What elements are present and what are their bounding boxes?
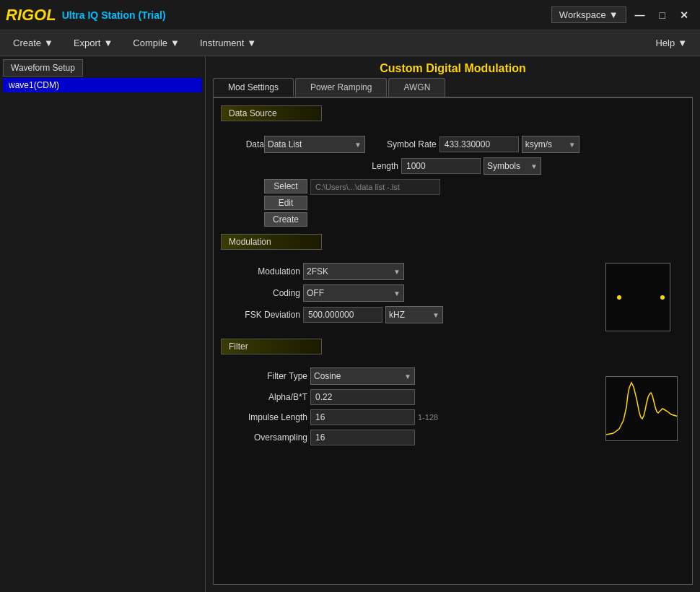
constellation-box [605, 263, 670, 331]
impulse-length-label: Impulse Length [235, 412, 307, 422]
data-dropdown[interactable]: Data List ▼ [264, 136, 365, 153]
data-source-section: Data Source Data Data List ▼ Symbol Rate… [221, 105, 685, 227]
sidebar-title: Waveform Setup [3, 59, 83, 77]
impulse-length-row: Impulse Length 1-128 [221, 409, 598, 425]
menu-compile[interactable]: Compile ▼ [123, 33, 190, 53]
length-label: Length [362, 161, 398, 171]
symbol-rate-input[interactable] [439, 136, 519, 152]
symbol-rate-label: Symbol Rate [387, 139, 437, 149]
file-buttons-row: Select Edit Create C:\Users\...\data lis… [221, 179, 685, 227]
filter-type-label: Filter Type [235, 371, 307, 381]
modulation-fields: Modulation 2FSK ▼ Coding OFF ▼ [221, 263, 598, 331]
constellation-dot-2 [660, 295, 665, 300]
app-title: Ultra IQ Station (Trial) [62, 9, 166, 21]
modulation-row: Modulation 2FSK ▼ [221, 263, 598, 280]
filter-type-row: Filter Type Cosine ▼ [221, 367, 598, 385]
title-bar-right: Workspace ▼ — □ ✕ [551, 6, 694, 23]
alpha-bt-row: Alpha/B*T [221, 389, 598, 405]
filter-graph [605, 376, 678, 441]
fsk-deviation-label: FSK Deviation [235, 310, 300, 320]
workspace-button[interactable]: Workspace ▼ [551, 6, 626, 23]
sidebar-item-wave1[interactable]: wave1(CDM) [3, 78, 202, 92]
data-label: Data [235, 139, 264, 149]
create-button[interactable]: Create [264, 212, 307, 227]
modulation-dropdown[interactable]: 2FSK ▼ [303, 263, 404, 280]
symbol-rate-unit-dropdown[interactable]: ksym/s ▼ [522, 136, 579, 153]
impulse-length-input[interactable] [310, 409, 415, 425]
menu-right: Help ▼ [645, 33, 697, 53]
length-row: Length Symbols ▼ [221, 157, 685, 175]
minimize-button[interactable]: — [629, 8, 651, 22]
edit-button[interactable]: Edit [264, 196, 307, 210]
filter-preview [605, 367, 685, 450]
alpha-bt-input[interactable] [310, 389, 415, 405]
fsk-deviation-unit-dropdown[interactable]: kHZ ▼ [385, 306, 443, 323]
main-panel: Data Source Data Data List ▼ Symbol Rate… [213, 97, 693, 585]
sidebar: Waveform Setup wave1(CDM) [0, 56, 206, 592]
tab-bar: Mod Settings Power Ramping AWGN [213, 78, 693, 97]
oversampling-label: Oversampling [235, 432, 307, 443]
modulation-header: Modulation [221, 234, 322, 250]
fsk-deviation-input[interactable] [303, 307, 382, 323]
filter-fields: Filter Type Cosine ▼ Alpha/B*T [221, 367, 598, 450]
menu-export[interactable]: Export ▼ [64, 33, 123, 53]
fsk-deviation-row: FSK Deviation kHZ ▼ [221, 306, 598, 323]
tab-awgn[interactable]: AWGN [388, 78, 445, 97]
content-area: Custom Digital Modulation Mod Settings P… [206, 56, 700, 592]
filter-type-dropdown[interactable]: Cosine ▼ [310, 367, 415, 385]
oversampling-row: Oversampling [221, 430, 598, 445]
length-unit-dropdown[interactable]: Symbols ▼ [484, 157, 541, 175]
modulation-section: Modulation Modulation 2FSK ▼ [221, 234, 685, 331]
impulse-length-range: 1-128 [418, 413, 438, 422]
select-button[interactable]: Select [264, 179, 307, 193]
tab-mod-settings[interactable]: Mod Settings [213, 78, 294, 97]
filter-graph-svg [606, 377, 678, 441]
alpha-bt-label: Alpha/B*T [235, 392, 307, 402]
tab-power-ramping[interactable]: Power Ramping [295, 78, 387, 97]
data-row: Data Data List ▼ Symbol Rate ksym/s ▼ [221, 136, 685, 153]
filter-section: Filter Filter Type Cosine ▼ [221, 339, 685, 450]
data-source-header: Data Source [221, 105, 322, 121]
title-bar: RIGOL Ultra IQ Station (Trial) Workspace… [0, 0, 700, 30]
menu-instrument[interactable]: Instrument ▼ [190, 33, 266, 53]
constellation-preview [605, 263, 685, 331]
file-buttons: Select Edit Create [264, 179, 307, 227]
filter-header: Filter [221, 339, 322, 354]
length-input[interactable] [401, 158, 481, 174]
menu-create[interactable]: Create ▼ [3, 33, 64, 53]
coding-dropdown[interactable]: OFF ▼ [303, 284, 404, 302]
menu-bar: Create ▼ Export ▼ Compile ▼ Instrument ▼… [0, 30, 700, 56]
brand-logo: RIGOL [6, 6, 56, 25]
maximize-button[interactable]: □ [654, 8, 671, 22]
content-title: Custom Digital Modulation [206, 56, 700, 78]
file-path-display: C:\Users\...\data list -.lst [310, 179, 440, 195]
oversampling-input[interactable] [310, 430, 415, 445]
menu-help[interactable]: Help ▼ [645, 33, 697, 53]
modulation-label: Modulation [235, 266, 300, 277]
coding-row: Coding OFF ▼ [221, 284, 598, 302]
coding-label: Coding [235, 288, 300, 298]
main-layout: Waveform Setup wave1(CDM) Custom Digital… [0, 56, 700, 592]
constellation-dot-1 [617, 295, 621, 300]
close-button[interactable]: ✕ [674, 8, 694, 22]
